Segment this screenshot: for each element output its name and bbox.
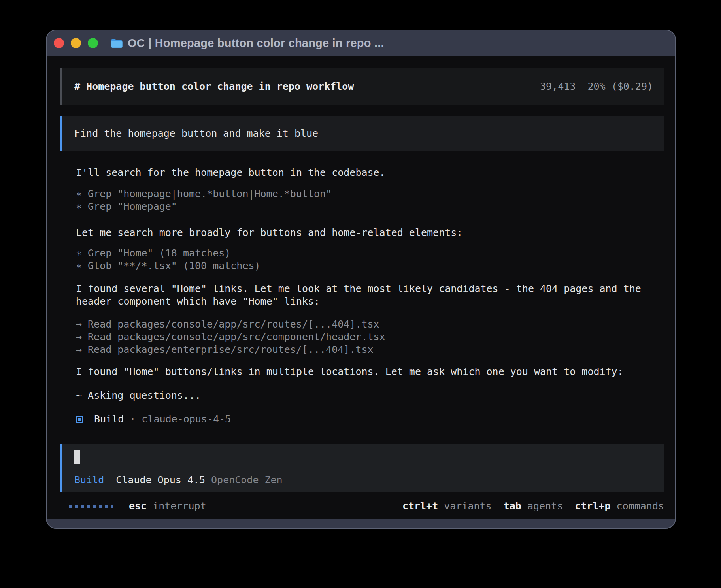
hint-interrupt: esc interrupt bbox=[129, 500, 206, 513]
terminal-window: OC | Homepage button color change in rep… bbox=[46, 30, 676, 529]
provider-name: OpenCode Zen bbox=[211, 474, 283, 486]
square-icon bbox=[76, 416, 83, 423]
hint-agents: tab agents bbox=[504, 500, 563, 513]
status-bar: esc interrupt ctrl+t variants tab agents… bbox=[60, 499, 664, 513]
dot-separator: · bbox=[130, 413, 136, 426]
tool-call-text: Grep "Homepage" bbox=[88, 200, 177, 213]
tool-call-group: ∗Grep "homepage|home.*button|Home.*butto… bbox=[76, 188, 666, 213]
tool-call-line: ∗Glob "**/*.tsx" (100 matches) bbox=[76, 260, 666, 272]
traffic-lights bbox=[54, 38, 105, 48]
tool-call-line: ∗Grep "homepage|home.*button|Home.*butto… bbox=[76, 188, 666, 200]
mode-label: Build bbox=[74, 474, 104, 486]
tool-call-text: Read packages/console/app/src/routes/[..… bbox=[88, 318, 379, 331]
tool-call-line: →Read packages/console/app/src/routes/[.… bbox=[76, 318, 666, 331]
title-group: OC | Homepage button color change in rep… bbox=[111, 37, 384, 50]
hint-variants: ctrl+t variants bbox=[402, 500, 492, 513]
tool-call-group: →Read packages/console/app/src/routes/[.… bbox=[76, 318, 666, 356]
bullet-icon: ∗ bbox=[76, 260, 82, 272]
window-title: OC | Homepage button color change in rep… bbox=[128, 37, 384, 50]
session-header: # Homepage button color change in repo w… bbox=[60, 68, 664, 105]
agent-status-line: Build · claude-opus-4-5 bbox=[76, 413, 666, 426]
folder-icon bbox=[111, 38, 123, 48]
tool-call-line: ∗Grep "Homepage" bbox=[76, 200, 666, 213]
arrow-right-icon: → bbox=[76, 318, 82, 331]
tool-call-text: Read packages/enterprise/src/routes/[...… bbox=[88, 343, 373, 356]
user-message: Find the homepage button and make it blu… bbox=[60, 116, 664, 151]
tool-call-line: →Read packages/enterprise/src/routes/[..… bbox=[76, 343, 666, 356]
agent-name: Build bbox=[94, 413, 124, 426]
zoom-button[interactable] bbox=[88, 38, 98, 48]
tool-call-text: Read packages/console/app/src/component/… bbox=[88, 331, 385, 343]
status-text: ~ Asking questions... bbox=[76, 389, 666, 402]
tool-call-text: Grep "Home" (18 matches) bbox=[88, 247, 230, 260]
text-cursor bbox=[74, 450, 80, 464]
assistant-text: I found "Home" buttons/links in multiple… bbox=[76, 366, 666, 378]
hint-commands: ctrl+p commands bbox=[575, 500, 664, 513]
terminal-content: # Homepage button color change in repo w… bbox=[47, 56, 675, 519]
prompt-input[interactable]: Build Claude Opus 4.5 OpenCode Zen bbox=[60, 444, 664, 492]
tool-call-group: ∗Grep "Home" (18 matches) ∗Glob "**/*.ts… bbox=[76, 247, 666, 272]
status-bar-right: ctrl+t variants tab agents ctrl+p comman… bbox=[391, 500, 664, 513]
tool-call-line: ∗Grep "Home" (18 matches) bbox=[76, 247, 666, 260]
bullet-icon: ∗ bbox=[76, 188, 82, 200]
dots-spinner-icon bbox=[69, 505, 117, 508]
assistant-text: Let me search more broadly for buttons a… bbox=[76, 226, 666, 239]
close-button[interactable] bbox=[54, 38, 64, 48]
agent-model: claude-opus-4-5 bbox=[142, 413, 231, 426]
input-status-row: Build Claude Opus 4.5 OpenCode Zen bbox=[74, 474, 653, 486]
user-message-text: Find the homepage button and make it blu… bbox=[74, 127, 318, 140]
assistant-text: I found several "Home" links. Let me loo… bbox=[76, 283, 666, 308]
bullet-icon: ∗ bbox=[76, 247, 82, 260]
bullet-icon: ∗ bbox=[76, 200, 82, 213]
session-stats: 39,413 20% ($0.29) bbox=[540, 80, 653, 93]
arrow-right-icon: → bbox=[76, 343, 82, 356]
session-title: # Homepage button color change in repo w… bbox=[74, 80, 354, 93]
assistant-text: I'll search for the homepage button in t… bbox=[76, 166, 666, 179]
tool-call-line: →Read packages/console/app/src/component… bbox=[76, 331, 666, 343]
model-name: Claude Opus 4.5 bbox=[116, 474, 205, 486]
status-bar-left: esc interrupt bbox=[69, 500, 206, 513]
tool-call-text: Grep "homepage|home.*button|Home.*button… bbox=[88, 188, 332, 200]
minimize-button[interactable] bbox=[71, 38, 81, 48]
window-titlebar[interactable]: OC | Homepage button color change in rep… bbox=[47, 30, 675, 56]
arrow-right-icon: → bbox=[76, 331, 82, 343]
tool-call-text: Glob "**/*.tsx" (100 matches) bbox=[88, 260, 260, 272]
